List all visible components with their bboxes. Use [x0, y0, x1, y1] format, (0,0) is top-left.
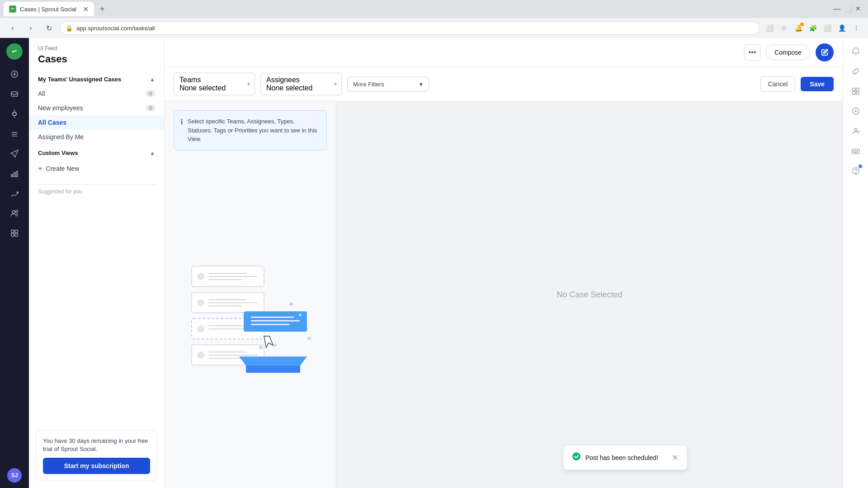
app-container: SJ UI Feed Cases My Teams' Unassigned Ca…: [0, 38, 868, 488]
sidebar-icon-lists[interactable]: [5, 125, 24, 143]
sidebar-icon-cases[interactable]: [5, 105, 24, 123]
sidebar-icon-bar-chart[interactable]: [5, 184, 24, 202]
cast-icon[interactable]: ⬜: [763, 22, 776, 34]
tab-title: Cases | Sprout Social: [20, 6, 76, 13]
svg-point-69: [572, 452, 580, 460]
filter-bar: Teams None selected ▾ Assignees None sel…: [165, 67, 843, 101]
my-teams-section-header[interactable]: My Teams' Unassigned Cases ▲: [29, 70, 164, 86]
new-employees-label: New employees: [38, 104, 83, 112]
right-panel: [843, 38, 868, 488]
back-button[interactable]: ‹: [5, 21, 20, 35]
extensions-icon[interactable]: 🧩: [807, 22, 819, 34]
teams-filter-label: Teams: [179, 76, 249, 84]
more-filters-dropdown[interactable]: More Filters ▾: [347, 77, 429, 92]
svg-rect-18: [11, 230, 14, 233]
tab-close-button[interactable]: ✕: [83, 5, 89, 14]
more-options-button[interactable]: •••: [744, 44, 760, 61]
compose-label: Compose: [774, 49, 802, 56]
breadcrumb: UI Feed: [38, 45, 155, 52]
menu-icon[interactable]: ⋮: [850, 22, 863, 34]
refresh-button[interactable]: ↻: [42, 21, 56, 35]
address-bar[interactable]: 🔒 app.sproutsocial.com/tasks/all: [60, 21, 760, 35]
sidebar-resize-handle[interactable]: [162, 38, 164, 488]
svg-point-50: [307, 337, 311, 340]
suggested-label: Suggested for you: [29, 185, 164, 198]
sidebar-icon-analytics[interactable]: [5, 164, 24, 183]
cases-panel: ℹ Select specific Teams, Assignees, Type…: [165, 101, 336, 488]
subscribe-button[interactable]: Start my subscription: [43, 458, 150, 474]
right-panel-add[interactable]: [848, 103, 864, 119]
window-maximize[interactable]: ⬜: [844, 5, 852, 13]
brand-logo[interactable]: [6, 43, 23, 60]
cancel-button[interactable]: Cancel: [760, 76, 796, 92]
sidebar-item-all-cases[interactable]: All Cases: [29, 115, 164, 130]
main-content: ••• Compose Teams None selected ▾ Assign…: [165, 38, 843, 488]
sidebar-icon-send[interactable]: [5, 145, 24, 163]
sidebar-icon-people[interactable]: [5, 204, 24, 222]
my-teams-chevron: ▲: [150, 76, 155, 83]
toast-message: Post has been scheduled!: [585, 454, 658, 461]
svg-rect-53: [856, 88, 859, 91]
assignees-filter-value: None selected: [266, 84, 336, 92]
assignees-dropdown[interactable]: Assignees None selected ▾: [260, 73, 342, 95]
right-panel-grid[interactable]: [848, 83, 864, 99]
icon-sidebar: SJ: [0, 38, 29, 488]
svg-rect-12: [11, 174, 13, 177]
sidebar-icon-inbox[interactable]: [5, 85, 24, 103]
more-filters-label: More Filters: [353, 81, 384, 88]
right-panel-help[interactable]: [848, 163, 864, 179]
notification-icon[interactable]: 🔔: [792, 22, 805, 34]
toast-close-button[interactable]: ✕: [672, 453, 679, 463]
no-case-selected-text: No Case Selected: [557, 290, 622, 300]
compose-button[interactable]: Compose: [766, 45, 810, 60]
lock-icon: 🔒: [66, 25, 73, 32]
nav-sidebar: UI Feed Cases My Teams' Unassigned Cases…: [29, 38, 165, 488]
compose-icon-button[interactable]: [816, 43, 834, 61]
window-minimize[interactable]: —: [833, 5, 840, 13]
sidebar-icon-home[interactable]: [5, 65, 24, 83]
custom-views-header[interactable]: Custom Views ▲: [29, 144, 164, 160]
svg-point-41: [197, 352, 204, 359]
browser-actions: ⬜ ☆ 🔔 🧩 ⬜ 👤 ⋮: [763, 22, 863, 34]
svg-rect-52: [853, 88, 855, 91]
right-panel-link[interactable]: [848, 63, 864, 80]
save-button[interactable]: Save: [801, 77, 834, 91]
teams-dropdown[interactable]: Teams None selected ▾: [174, 73, 255, 95]
svg-point-23: [197, 273, 204, 280]
user-avatar[interactable]: SJ: [7, 468, 22, 483]
right-panel-person[interactable]: [848, 123, 864, 139]
content-area: ℹ Select specific Teams, Assignees, Type…: [165, 101, 843, 488]
profile-icon[interactable]: 👤: [835, 22, 848, 34]
trial-banner: You have 30 days remaining in your free …: [36, 430, 157, 481]
sidebar-icon-grid[interactable]: [5, 224, 24, 242]
right-panel-bell[interactable]: [848, 43, 864, 60]
page-title: Cases: [38, 53, 155, 65]
create-new-plus-icon: +: [38, 164, 42, 173]
more-dots-icon: •••: [749, 48, 756, 56]
assignees-filter-label: Assignees: [266, 76, 336, 84]
all-cases-label: All Cases: [38, 119, 66, 126]
new-tab-button[interactable]: +: [96, 3, 108, 15]
sidebar-item-assigned-by-me[interactable]: Assigned By Me: [29, 130, 164, 144]
window-close[interactable]: ✕: [855, 5, 861, 13]
sidebar-item-new-employees[interactable]: New employees 0: [29, 101, 164, 115]
sidebar-item-all[interactable]: All 0: [29, 86, 164, 101]
svg-rect-14: [16, 171, 18, 177]
svg-point-49: [299, 314, 302, 316]
svg-point-51: [259, 346, 263, 349]
cases-illustration: + +: [178, 257, 323, 379]
trial-text: You have 30 days remaining in your free …: [43, 437, 150, 453]
svg-point-17: [16, 211, 18, 213]
forward-button[interactable]: ›: [24, 21, 38, 35]
toast-notification: Post has been scheduled! ✕: [563, 445, 687, 470]
browser-tab[interactable]: Cases | Sprout Social ✕: [4, 2, 94, 16]
my-teams-label: My Teams' Unassigned Cases: [38, 76, 121, 83]
info-text: Select specific Teams, Assignees, Types,…: [188, 117, 320, 144]
create-new-button[interactable]: + Create New: [29, 160, 164, 177]
right-panel-keyboard[interactable]: [848, 143, 864, 159]
bookmark-icon[interactable]: ☆: [778, 22, 790, 34]
sidebar-toggle[interactable]: ⬜: [821, 22, 834, 34]
svg-point-15: [17, 192, 19, 193]
teams-filter-value: None selected: [179, 84, 249, 92]
svg-text:+: +: [273, 342, 277, 349]
